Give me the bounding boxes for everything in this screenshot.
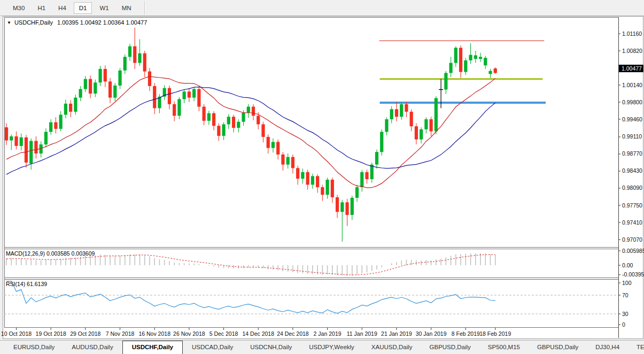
date-axis-label: 24 Dec 2018 — [277, 330, 309, 337]
candle-body — [415, 126, 418, 139]
candle-body — [232, 117, 235, 128]
mt4-window: M30H1H4D1W1MN 1.011601.008201.001400.998… — [0, 0, 644, 354]
date-axis-label: 19 Oct 2018 — [36, 330, 66, 337]
price-axis-label: 1.00140 — [622, 82, 642, 88]
candle-body — [5, 127, 8, 140]
price-axis-label: 0.97070 — [622, 236, 642, 243]
tab-eurusd-daily[interactable]: EURUSD,Daily — [5, 342, 63, 354]
tab-tech100[interactable]: TECH100 — [629, 342, 644, 354]
date-axis-label: 29 Oct 2018 — [70, 330, 100, 337]
candle-body — [252, 106, 255, 116]
tab-xauusd-daily[interactable]: XAUUSD,Daily — [363, 342, 421, 354]
tab-gbpusd-daily[interactable]: GBPUSD,Daily — [529, 342, 586, 354]
candle-body — [321, 187, 324, 195]
candle-body — [400, 104, 403, 117]
candle-body — [247, 106, 250, 112]
candle-body — [390, 109, 393, 119]
candle-body — [237, 122, 240, 128]
candle-body — [49, 122, 52, 132]
timeframe-button-m30[interactable]: M30 — [7, 2, 30, 14]
rsi-axis-label: 70 — [622, 292, 629, 298]
candle-body — [94, 82, 97, 94]
candle-body — [183, 91, 186, 99]
candle-body — [276, 142, 280, 155]
tab-usdjpy-weekly[interactable]: USDJPY,Weekly — [301, 342, 362, 354]
candle-body — [449, 63, 453, 73]
timeframe-button-d1[interactable]: D1 — [74, 2, 92, 14]
candle-body — [395, 109, 398, 117]
date-axis-label: 16 Nov 2018 — [138, 330, 170, 337]
candle-body — [380, 132, 383, 152]
macd-name: MACD(12,26,9) — [6, 250, 45, 257]
candle-body — [123, 57, 127, 70]
current-price-badge: 1.00477 — [619, 65, 643, 72]
candle-body — [494, 68, 497, 73]
candle-body — [316, 176, 319, 187]
candle-body — [424, 119, 428, 129]
timeframe-button-h1[interactable]: H1 — [32, 2, 51, 14]
candle-body — [153, 86, 156, 108]
price-axis-label: 1.01160 — [622, 30, 642, 37]
tab-audusd-daily[interactable]: AUDUSD,Daily — [64, 342, 121, 354]
symbol-tabbar: EURUSD,DailyAUDUSD,DailyUSDCHF,DailyUSDC… — [0, 340, 644, 354]
candle-body — [133, 47, 136, 63]
candle-body — [242, 113, 245, 122]
candle-body — [365, 172, 368, 179]
candle-body — [484, 58, 487, 65]
rsi-axis-label: 100 — [622, 280, 632, 286]
candle-body — [375, 152, 378, 165]
candle-body — [54, 122, 57, 129]
candle-body — [291, 157, 294, 168]
candle-body — [311, 176, 314, 184]
candle-body — [271, 142, 275, 148]
price-axis-label: 0.98770 — [622, 150, 642, 157]
candle-body — [207, 113, 211, 121]
tab-usdcad-daily[interactable]: USDCAD,Daily — [184, 342, 241, 354]
candle-body — [405, 104, 408, 112]
candle-body — [355, 187, 359, 198]
candle-body — [44, 132, 48, 145]
timeframe-button-h4[interactable]: H4 — [53, 2, 72, 14]
candle-body — [286, 157, 290, 165]
rsi-name: RSI(14) — [6, 281, 25, 287]
tab-sp500-m15[interactable]: SP500,M15 — [480, 342, 528, 354]
candle-body — [385, 119, 388, 132]
date-axis-label: 14 Dec 2018 — [242, 330, 274, 337]
candle-body — [138, 53, 141, 63]
tab-usdcnh-daily[interactable]: USDCNH,Daily — [242, 342, 300, 354]
candle-body — [128, 47, 131, 57]
price-axis-label: 0.97410 — [622, 219, 642, 226]
tab-dj30-h4[interactable]: DJ30,H4 — [587, 342, 627, 354]
candle-body — [74, 98, 77, 112]
candle-body — [20, 137, 23, 146]
candle-body — [331, 180, 334, 197]
date-axis-label: 30 Jan 2019 — [416, 330, 447, 337]
candle-body — [301, 172, 304, 179]
candle-body — [69, 104, 72, 112]
timeframe-button-w1[interactable]: W1 — [94, 2, 114, 14]
date-axis-label: 2 Jan 2019 — [314, 330, 342, 337]
candle-body — [336, 197, 339, 212]
price-axis-label: 0.99800 — [622, 99, 642, 105]
candle-body — [345, 202, 348, 215]
chart-window-frame — [3, 17, 643, 339]
tab-usdchf-daily[interactable]: USDCHF,Daily — [122, 341, 183, 354]
candle-body — [306, 172, 309, 185]
candle-body — [340, 202, 344, 212]
candle-body — [14, 136, 18, 146]
candle-body — [281, 155, 284, 165]
candle-body — [488, 71, 492, 74]
date-axis-label: 18 Feb 2019 — [479, 330, 511, 337]
timeframe-button-mn[interactable]: MN — [117, 2, 137, 14]
chart-symbol-label: USDCHF,Daily — [14, 19, 53, 26]
chart-area[interactable]: 1.011601.008201.001400.998000.994600.991… — [0, 0, 644, 354]
candle-body — [64, 104, 67, 115]
candle-body — [326, 180, 329, 195]
candle-body — [227, 117, 230, 124]
tab-gbpusd-daily[interactable]: GBPUSD,Daily — [422, 342, 479, 354]
candle-body — [203, 106, 206, 120]
chart-menu-icon: ▼ — [7, 20, 11, 25]
rsi-axis-label: 30 — [622, 311, 629, 317]
rsi-label: RSI(14) 61.6139 — [6, 281, 47, 287]
date-axis-label: 8 Feb 2019 — [452, 330, 480, 337]
